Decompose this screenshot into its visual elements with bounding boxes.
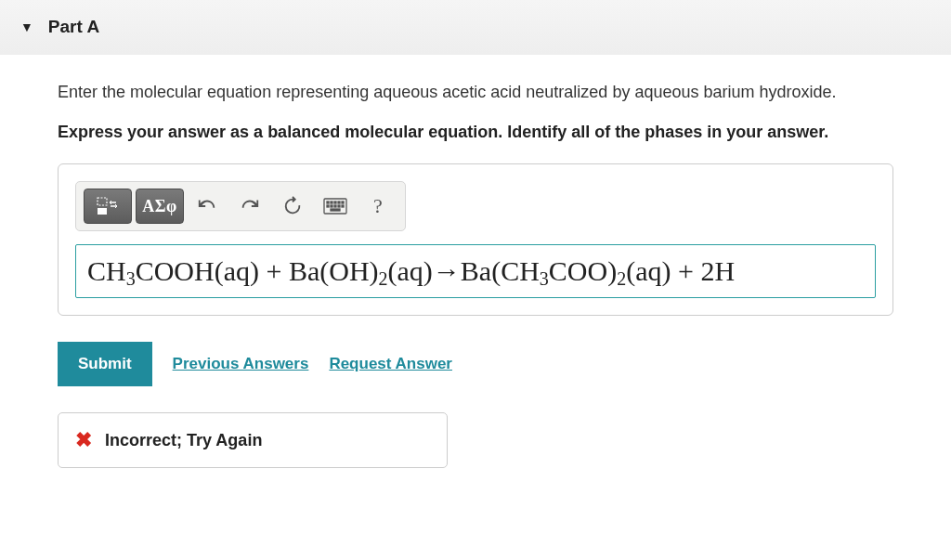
keyboard-button[interactable]	[316, 189, 355, 224]
question-text: Enter the molecular equation representin…	[58, 81, 893, 104]
part-title: Part A	[48, 17, 99, 37]
submit-button[interactable]: Submit	[58, 342, 152, 386]
svg-rect-10	[334, 205, 336, 207]
undo-button[interactable]	[188, 189, 227, 224]
reset-button[interactable]	[273, 189, 312, 224]
action-row: Submit Previous Answers Request Answer	[58, 342, 893, 386]
template-button[interactable]	[84, 189, 132, 224]
previous-answers-link[interactable]: Previous Answers	[173, 355, 309, 373]
help-button[interactable]: ?	[358, 189, 397, 224]
redo-icon	[240, 196, 260, 216]
svg-rect-5	[334, 202, 336, 203]
incorrect-icon: ✖	[75, 428, 92, 452]
content-area: Enter the molecular equation representin…	[0, 55, 951, 468]
greek-symbols-label: ΑΣφ	[142, 197, 177, 216]
answer-container: ΑΣφ	[58, 163, 893, 316]
greek-symbols-button[interactable]: ΑΣφ	[136, 189, 184, 224]
request-answer-link[interactable]: Request Answer	[329, 355, 452, 373]
feedback-text: Incorrect; Try Again	[105, 431, 262, 450]
svg-rect-8	[327, 205, 329, 207]
reset-icon	[282, 196, 303, 216]
svg-rect-6	[338, 202, 340, 203]
svg-rect-3	[327, 202, 329, 203]
svg-rect-1	[98, 208, 107, 215]
svg-rect-7	[342, 202, 344, 203]
keyboard-icon	[323, 198, 347, 215]
svg-rect-0	[98, 198, 107, 205]
svg-rect-13	[331, 209, 340, 211]
redo-button[interactable]	[230, 189, 269, 224]
feedback-box: ✖ Incorrect; Try Again	[58, 412, 448, 468]
svg-rect-4	[331, 202, 332, 203]
svg-rect-9	[331, 205, 332, 207]
help-label: ?	[373, 194, 383, 218]
fraction-icon	[96, 196, 120, 216]
instruction-text: Express your answer as a balanced molecu…	[58, 121, 893, 143]
equation-toolbar: ΑΣφ	[75, 181, 406, 231]
equation-input[interactable]: CH3 COOH(aq) + Ba(OH)2 (aq)→Ba(CH3 COO)2…	[75, 244, 876, 298]
svg-rect-12	[342, 205, 344, 207]
undo-icon	[197, 196, 217, 216]
collapse-icon: ▼	[20, 20, 33, 34]
svg-rect-11	[338, 205, 340, 207]
part-header[interactable]: ▼ Part A	[0, 0, 951, 55]
